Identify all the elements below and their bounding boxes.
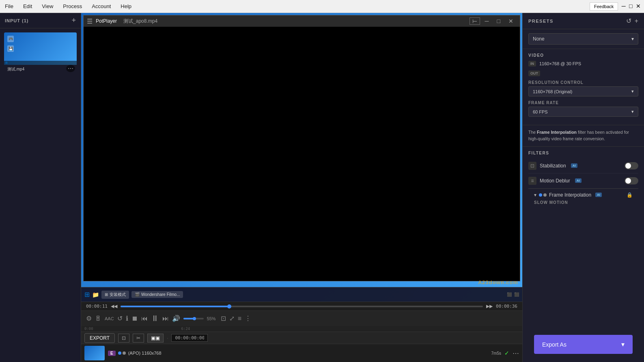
- track-more-button[interactable]: ⋯: [513, 349, 519, 357]
- menu-help[interactable]: Help: [119, 2, 133, 11]
- filters-title: FILTERS: [528, 151, 638, 155]
- windows-taskbar: ⊞ 📁 ⊞ 安装模式 🎬 Wondershare Filmo... ⬛ ⬛: [81, 287, 522, 302]
- close-app-button[interactable]: ✕: [636, 3, 641, 9]
- motion-deblur-ai-badge: AI: [575, 178, 582, 183]
- ruler-label: 0:00 6:24: [84, 327, 190, 331]
- thumbnail-more-button[interactable]: ⋯: [66, 65, 75, 72]
- filmora-controls-bar: ⚙ 🎚 AAC ↺ ℹ ⏹ ⏮ ⏸ ⏭ 🔊 55% ⊡: [81, 311, 522, 326]
- resolution-dropdown[interactable]: 1160×768 (Original) ▾: [528, 86, 638, 96]
- potplayer-progress-thumb[interactable]: [227, 304, 231, 308]
- potplayer-title: PotPlayer: [96, 18, 117, 24]
- loop-button[interactable]: ↺: [117, 315, 123, 322]
- potplayer-pin-button[interactable]: ⊢: [470, 17, 480, 25]
- potplayer-minimize-button[interactable]: ─: [482, 18, 492, 24]
- info-button[interactable]: ℹ: [126, 315, 128, 322]
- menu-bar: File Edit View Process Account Help Feed…: [0, 0, 644, 13]
- taskbar-folder-icon[interactable]: 📁: [92, 291, 99, 298]
- input-header: INPUT (1) +: [0, 13, 81, 28]
- more-button[interactable]: ⋮: [245, 315, 251, 322]
- stabilization-icon: ⊡: [528, 162, 536, 170]
- volume-slider[interactable]: [183, 318, 204, 319]
- presets-add-button[interactable]: +: [635, 17, 638, 25]
- potplayer-filename: 测试_apo8.mp4: [123, 18, 157, 25]
- fullscreen-button[interactable]: ⤢: [229, 315, 235, 322]
- resolution-chevron-icon: ▾: [631, 89, 634, 94]
- taskbar-second-window-icon[interactable]: ⬛: [507, 292, 512, 297]
- motion-deblur-label: Motion Deblur: [540, 178, 570, 184]
- frame-rate-value: 60 FPS: [533, 109, 548, 114]
- track-check-button[interactable]: ✓: [504, 350, 509, 356]
- add-input-button[interactable]: +: [71, 16, 76, 25]
- stabilization-toggle-thumb: [625, 163, 631, 169]
- taskbar-item-filmora[interactable]: 🎬 Wondershare Filmo...: [131, 291, 183, 298]
- volume-button[interactable]: 🔊: [172, 315, 180, 322]
- prev-button[interactable]: ⏮: [141, 315, 148, 322]
- fi-dot-gray: [543, 193, 547, 197]
- menu-account[interactable]: Account: [90, 2, 112, 11]
- frame-interpolation-section: ▾ Frame Interpolation AI 🔒 SLOW MOTION: [528, 188, 638, 210]
- volume-thumb[interactable]: [193, 317, 196, 320]
- thumbnail-filename: 测试.mp4: [4, 65, 77, 74]
- resolution-control: RESOLUTION CONTROL 1160×768 (Original) ▾: [528, 80, 638, 96]
- video-info-row: IN 1160×768 @ 30 FPS: [528, 61, 638, 66]
- potplayer-window: ☰ PotPlayer 测试_apo8.mp4 ⊢ ─ □ ✕: [83, 15, 520, 281]
- hamburger-icon[interactable]: ☰: [87, 17, 93, 25]
- potplayer-maximize-button[interactable]: □: [494, 18, 504, 24]
- track-thumbnail: [84, 346, 105, 360]
- presets-header-buttons: ↺ +: [626, 17, 638, 25]
- menu-file[interactable]: File: [3, 2, 15, 11]
- cut-button[interactable]: ✂: [133, 334, 144, 343]
- taskbar-third-window-icon[interactable]: ⬛: [514, 292, 519, 297]
- video-section: VIDEO IN 1160×768 @ 30 FPS OUT RESOLUTIO…: [523, 49, 644, 125]
- menu-edit[interactable]: Edit: [22, 2, 34, 11]
- start-button[interactable]: ⊞: [84, 291, 90, 298]
- mode-button[interactable]: ▣▣: [147, 334, 164, 343]
- track-dot-blue: [118, 351, 121, 355]
- clip-button[interactable]: ⊡: [118, 334, 129, 343]
- potplayer-controls: 00:00:11 ◀◀ ▶▶ 00:00:36: [81, 302, 522, 311]
- presets-refresh-button[interactable]: ↺: [626, 17, 631, 25]
- fi-note: The Frame Interpolation filter has been …: [523, 125, 644, 147]
- export-as-chevron-icon: ▾: [621, 341, 625, 348]
- frame-rate-control: FRAME RATE 60 FPS ▾: [528, 101, 638, 117]
- filter-stabilization: ⊡ Stabilization AI: [528, 159, 638, 174]
- settings-button[interactable]: ⚙: [86, 315, 92, 322]
- motion-deblur-icon: ≡: [528, 177, 536, 185]
- input-thumbnail[interactable]: 🎮 💾 ⊞ 测试.mp4 ⋯: [4, 32, 77, 74]
- potplayer-titlebar: ☰ PotPlayer 测试_apo8.mp4 ⊢ ─ □ ✕: [84, 15, 520, 27]
- playlist-button[interactable]: ≡: [238, 315, 241, 322]
- export-button[interactable]: EXPORT: [84, 333, 115, 343]
- potplayer-time-total: 00:00:36: [496, 304, 517, 309]
- preview-area: 🎮 SmithMicro 💾 HamsterFree: [81, 13, 522, 302]
- crop-button[interactable]: ⊡: [221, 315, 226, 322]
- potplayer-progress-bar[interactable]: [121, 306, 483, 307]
- stop-button[interactable]: ⏹: [131, 315, 138, 322]
- next-button[interactable]: ⏭: [162, 315, 169, 322]
- audio-tracks-button[interactable]: 🎚: [95, 315, 101, 322]
- input-title: INPUT (1): [5, 18, 29, 23]
- potplayer-close-button[interactable]: ✕: [505, 18, 517, 24]
- play-pause-button[interactable]: ⏸: [151, 314, 159, 323]
- frame-rate-dropdown[interactable]: 60 FPS ▾: [528, 107, 638, 117]
- maximize-app-button[interactable]: □: [629, 3, 632, 9]
- presets-title: PRESETS: [528, 19, 554, 24]
- motion-deblur-toggle[interactable]: [625, 177, 638, 184]
- stabilization-toggle[interactable]: [625, 162, 638, 169]
- track-dots: [118, 351, 126, 355]
- resolution-label: RESOLUTION CONTROL: [528, 80, 638, 85]
- timecode-input[interactable]: [171, 334, 208, 342]
- export-as-button[interactable]: Export As ▾: [534, 335, 633, 354]
- menu-view[interactable]: View: [40, 2, 55, 11]
- fi-chevron-icon[interactable]: ▾: [534, 192, 536, 198]
- preset-dropdown[interactable]: None ▾: [528, 33, 638, 45]
- input-panel: INPUT (1) + 🎮 💾: [0, 13, 81, 362]
- timeline-toolbar: EXPORT ⊡ ✂ ▣▣ ·: [81, 332, 522, 344]
- menu-process[interactable]: Process: [61, 2, 84, 11]
- taskbar-item-install[interactable]: ⊞ 安装模式: [101, 291, 129, 299]
- frame-rate-chevron-icon: ▾: [631, 109, 634, 114]
- slow-motion-label: SLOW MOTION: [534, 200, 633, 205]
- feedback-button[interactable]: Feedback: [590, 2, 618, 11]
- chevron-down-icon: ▾: [631, 36, 634, 42]
- minimize-app-button[interactable]: ─: [622, 3, 626, 9]
- stabilization-label: Stabilization: [540, 163, 566, 169]
